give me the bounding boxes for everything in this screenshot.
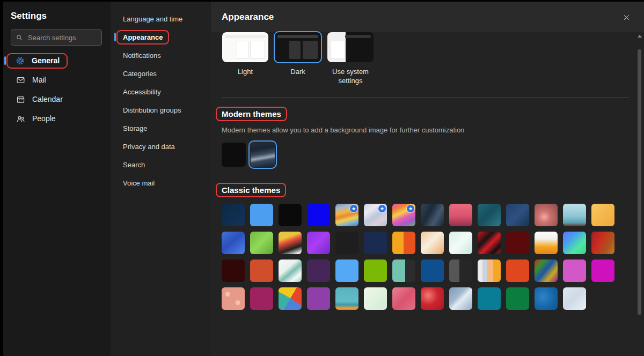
classic-theme-sunset-palms[interactable] bbox=[449, 204, 472, 226]
theme-mode-system[interactable] bbox=[327, 32, 374, 62]
classic-theme-green-bokeh[interactable] bbox=[250, 232, 273, 254]
classic-theme-emerald[interactable] bbox=[506, 287, 529, 310]
sidebar-item-mail[interactable]: Mail bbox=[3, 70, 111, 90]
classic-theme-gray-dark-split[interactable] bbox=[449, 259, 472, 282]
close-icon bbox=[623, 13, 631, 21]
panel-title: Appearance bbox=[222, 12, 274, 23]
classic-theme-lego-bricks[interactable] bbox=[392, 232, 415, 254]
classic-theme-vermilion[interactable] bbox=[506, 259, 529, 282]
search-input[interactable] bbox=[27, 33, 97, 42]
classic-theme-black[interactable] bbox=[279, 204, 302, 226]
menu-item-language-and-time[interactable]: Language and time bbox=[111, 10, 211, 28]
menu-item-search[interactable]: Search bbox=[111, 155, 211, 174]
classic-theme-sea-waves-boat[interactable] bbox=[563, 204, 586, 226]
theme-mode-dark[interactable] bbox=[275, 32, 321, 62]
classic-theme-sky-blue[interactable] bbox=[250, 204, 273, 226]
classic-theme-mint-chevron[interactable] bbox=[449, 232, 472, 254]
classic-theme-azure[interactable] bbox=[335, 259, 358, 282]
classic-themes-heading: Classic themes bbox=[216, 183, 286, 197]
menu-item-voice-mail[interactable]: Voice mail bbox=[111, 174, 211, 192]
menu-item-privacy-and-data[interactable]: Privacy and data bbox=[111, 137, 211, 155]
classic-theme-midnight-navy[interactable] bbox=[364, 232, 387, 254]
menu-item-label: Language and time bbox=[123, 15, 182, 23]
classic-theme-berries-red-black[interactable] bbox=[478, 232, 501, 254]
theme-mode-cell: Dark bbox=[274, 32, 321, 76]
classic-theme-circuit-teal[interactable] bbox=[478, 204, 501, 226]
classic-theme-angular-red-yellow[interactable] bbox=[279, 232, 302, 254]
menu-item-label: Accessibility bbox=[123, 88, 161, 96]
classic-theme-orchid[interactable] bbox=[563, 259, 586, 282]
classic-theme-teal-cubes-white[interactable] bbox=[279, 259, 302, 282]
modern-themes-section: Modern themes Modern themes allow you to… bbox=[222, 107, 629, 167]
theme-mode-row: LightDarkUse system settings bbox=[222, 32, 629, 85]
classic-theme-traffic-cones[interactable] bbox=[535, 232, 558, 254]
classic-theme-raspberry[interactable] bbox=[250, 287, 273, 310]
classic-theme-plum[interactable] bbox=[307, 259, 330, 282]
classic-theme-terracotta[interactable] bbox=[250, 259, 273, 282]
classic-theme-salmon-dots[interactable] bbox=[222, 287, 245, 310]
classic-theme-violet-gradient[interactable] bbox=[307, 232, 330, 254]
classic-theme-magenta[interactable] bbox=[591, 259, 614, 282]
theme-mode-label: Light bbox=[238, 67, 253, 76]
theme-mode-label: Dark bbox=[290, 67, 305, 76]
classic-theme-teal-dark-split[interactable] bbox=[392, 259, 415, 282]
menu-item-accessibility[interactable]: Accessibility bbox=[111, 83, 211, 101]
classic-theme-cobalt[interactable] bbox=[307, 204, 330, 226]
classic-theme-gold-star[interactable] bbox=[591, 204, 614, 226]
classic-theme-cream-peach-stripes[interactable] bbox=[478, 259, 501, 282]
people-icon bbox=[16, 114, 25, 123]
scrollbar[interactable] bbox=[636, 32, 643, 355]
menu-item-label: Categories bbox=[123, 70, 157, 78]
selected-indicator bbox=[4, 56, 6, 65]
classic-theme-lucky-cat[interactable] bbox=[421, 232, 444, 254]
classic-theme-pastel-swirl[interactable]: ★ bbox=[364, 204, 387, 226]
menu-item-appearance[interactable]: Appearance bbox=[111, 28, 211, 46]
classic-theme-deep-teal[interactable] bbox=[478, 287, 501, 310]
classic-theme-blue-circles[interactable] bbox=[535, 287, 558, 310]
classic-theme-geo-blocks[interactable] bbox=[563, 232, 586, 254]
classic-theme-rainbow-ribbon[interactable]: ★ bbox=[335, 204, 358, 226]
classic-theme-lime[interactable] bbox=[364, 259, 387, 282]
calendar-icon bbox=[16, 95, 25, 104]
classic-theme-charcoal[interactable] bbox=[335, 232, 358, 254]
theme-mode-light[interactable] bbox=[222, 32, 268, 62]
sidebar-item-calendar[interactable]: Calendar bbox=[3, 90, 111, 109]
modern-theme-night-landscape[interactable] bbox=[251, 143, 275, 167]
scrollbar-up-icon[interactable] bbox=[638, 35, 642, 38]
settings-sidebar: Settings GeneralMailCalendarPeople bbox=[3, 2, 111, 356]
classic-theme-purple[interactable] bbox=[307, 287, 330, 310]
menu-item-notifications[interactable]: Notifications bbox=[111, 46, 211, 64]
classic-theme-denim-paper-heart[interactable] bbox=[449, 287, 472, 310]
sidebar-item-general[interactable]: General bbox=[3, 51, 111, 70]
settings-menu-column: Language and timeAppearanceNotifications… bbox=[111, 2, 211, 356]
menu-item-distribution-groups[interactable]: Distribution groups bbox=[111, 101, 211, 119]
classic-theme-ocean-blue[interactable] bbox=[421, 259, 444, 282]
classic-theme-color-wheel-geo[interactable] bbox=[279, 287, 302, 310]
classic-theme-navy[interactable] bbox=[222, 204, 245, 226]
classic-theme-red-sequins[interactable] bbox=[421, 287, 444, 310]
classic-theme-blue-wave[interactable] bbox=[222, 232, 245, 254]
classic-theme-night-mountains[interactable] bbox=[421, 204, 444, 226]
classic-theme-pale-mint-facets[interactable] bbox=[364, 287, 387, 310]
classic-theme-unicorn-rainbow[interactable]: ★ bbox=[392, 204, 415, 226]
menu-item-categories[interactable]: Categories bbox=[111, 64, 211, 83]
sidebar-item-people[interactable]: People bbox=[3, 109, 111, 128]
classic-theme-crimson-strokes[interactable] bbox=[591, 232, 614, 254]
classic-theme-innovation-blueprint[interactable] bbox=[506, 204, 529, 226]
classic-theme-winter-snowflakes[interactable] bbox=[563, 287, 586, 310]
sidebar-item-label: Mail bbox=[32, 76, 46, 84]
settings-search[interactable] bbox=[11, 29, 102, 46]
classic-theme-black-cherry[interactable] bbox=[222, 259, 245, 282]
theme-mode-label: Use system settings bbox=[327, 67, 374, 85]
modern-theme-dark-solid[interactable] bbox=[222, 143, 246, 167]
scrollbar-thumb[interactable] bbox=[638, 49, 641, 315]
classic-theme-rose-facets[interactable] bbox=[392, 287, 415, 310]
selected-indicator bbox=[114, 33, 116, 41]
close-button[interactable] bbox=[621, 12, 631, 22]
gear-icon bbox=[16, 56, 25, 65]
classic-theme-robot[interactable] bbox=[335, 287, 358, 310]
menu-item-storage[interactable]: Storage bbox=[111, 119, 211, 137]
classic-theme-pink-bokeh[interactable] bbox=[535, 204, 558, 226]
classic-theme-paint-splatter[interactable] bbox=[535, 259, 558, 282]
classic-theme-dark-maroon[interactable] bbox=[506, 232, 529, 254]
